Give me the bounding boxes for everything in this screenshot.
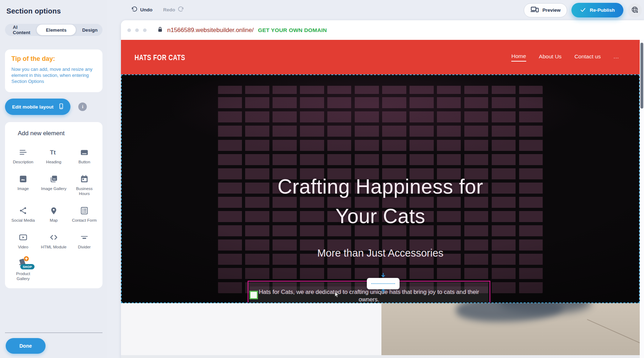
redo-button[interactable]: Redo	[163, 6, 185, 14]
arrow-down-icon	[381, 273, 386, 279]
element-map[interactable]: Map	[38, 201, 69, 224]
globe-icon	[631, 6, 639, 15]
product-gallery-icon: SHOP	[16, 257, 30, 269]
element-contact-form[interactable]: Contact Form	[69, 201, 100, 224]
element-heading[interactable]: Tt Heading	[38, 143, 69, 166]
undo-button[interactable]: Undo	[131, 6, 153, 14]
shop-badge: SHOP	[20, 264, 35, 269]
preview-button[interactable]: Preview	[524, 3, 567, 17]
pavement-image	[381, 303, 640, 355]
element-label: HTML Module	[41, 244, 67, 249]
sidebar-divider	[5, 332, 102, 333]
nav-more-menu[interactable]: ...	[613, 53, 619, 61]
republish-button[interactable]: Re-Publish	[571, 3, 623, 17]
lock-icon	[157, 26, 163, 34]
divider-icon	[80, 231, 89, 242]
pavement-joint-line	[587, 319, 640, 358]
image-icon	[19, 172, 28, 184]
panel-title: Section options	[6, 7, 107, 15]
tab-elements[interactable]: Elements	[37, 25, 76, 35]
edit-mobile-layout-label: Edit mobile layout	[12, 104, 53, 110]
resize-dotted-line	[371, 283, 395, 284]
republish-label: Re-Publish	[590, 7, 615, 13]
hero-heading-line2: Your Cats	[122, 201, 639, 231]
image-gallery-icon	[49, 172, 58, 184]
get-domain-link[interactable]: GET YOUR OWN DOMAIN	[258, 27, 327, 33]
scrollbar-thumb[interactable]	[640, 43, 643, 109]
nav-contact-us[interactable]: Contact us	[574, 53, 601, 61]
add-element-card: Add new element Description Tt Heading B…	[5, 122, 102, 288]
element-label: Image	[17, 186, 29, 191]
preview-label: Preview	[542, 7, 560, 13]
social-media-icon	[19, 204, 28, 215]
section-options-panel: Section options AI Content Elements Desi…	[0, 0, 107, 358]
mouse-cursor	[334, 291, 339, 299]
site-logo: HATS FOR CATS	[134, 53, 185, 62]
hero-heading-line1: Crafting Happiness for	[122, 172, 639, 201]
mobile-phone-icon	[58, 102, 65, 111]
site-header: HATS FOR CATS Home About Us Contact us .…	[121, 40, 640, 74]
element-business-hours[interactable]: Business Hours	[69, 169, 100, 198]
hero-subheading[interactable]: More than Just Accessories	[122, 246, 639, 260]
element-label: Contact Form	[72, 218, 97, 223]
tab-ai-content[interactable]: AI Content	[6, 25, 37, 35]
element-label: Divider	[78, 244, 91, 249]
check-icon	[580, 7, 586, 14]
site-preview-frame: n1566589.websitebuilder.online/ GET YOUR…	[121, 20, 644, 358]
element-image-gallery[interactable]: Image Gallery	[38, 169, 69, 198]
window-dot	[127, 28, 131, 32]
tip-of-the-day-card: Tip of the day: Now you can add, move an…	[5, 49, 102, 92]
svg-text:Tt: Tt	[50, 149, 56, 156]
arrow-up-icon	[381, 288, 386, 295]
edit-mobile-layout-button[interactable]: Edit mobile layout	[5, 99, 70, 115]
map-icon	[49, 204, 58, 215]
tab-design[interactable]: Design	[76, 25, 104, 35]
panel-tabs: AI Content Elements Design	[5, 24, 102, 36]
info-icon[interactable]: i	[78, 102, 87, 111]
element-label: Map	[50, 218, 58, 223]
browser-address-bar: n1566589.websitebuilder.online/ GET YOUR…	[121, 20, 644, 40]
element-label: Description	[13, 159, 33, 164]
element-grid: Description Tt Heading Button Image	[8, 143, 100, 283]
element-label: Business Hours	[71, 186, 98, 196]
globe-button[interactable]	[628, 3, 642, 17]
element-description[interactable]: Description	[8, 143, 38, 166]
undo-icon	[131, 6, 138, 14]
element-label: Social Media	[11, 218, 35, 223]
redo-icon	[178, 6, 184, 14]
site-nav: Home About Us Contact us ...	[511, 53, 619, 62]
nav-home[interactable]: Home	[511, 53, 526, 62]
html-module-icon	[49, 231, 58, 242]
element-label: Heading	[46, 159, 62, 164]
hero-paragraph: Hats for Cats, we are dedicated to craft…	[248, 288, 490, 303]
element-product-gallery[interactable]: SHOP Product Gallery	[8, 254, 38, 283]
hero-heading[interactable]: Crafting Happiness for Your Cats	[122, 172, 639, 231]
element-video[interactable]: Video	[8, 228, 38, 251]
done-button[interactable]: Done	[6, 338, 46, 354]
browser-window-dots	[127, 28, 147, 32]
element-button[interactable]: Button	[69, 143, 100, 166]
tip-title: Tip of the day:	[11, 55, 96, 63]
element-divider[interactable]: Divider	[69, 228, 100, 251]
site-url[interactable]: n1566589.websitebuilder.online/	[167, 27, 254, 34]
element-label: Button	[78, 159, 90, 164]
element-label: Video	[18, 244, 28, 249]
redo-label: Redo	[163, 7, 175, 12]
window-dot	[143, 28, 147, 32]
hero-section-selected[interactable]: Crafting Happiness for Your Cats More th…	[121, 74, 640, 303]
editor-stage: Undo Redo Preview Re-Publish	[107, 0, 644, 358]
section-resize-handle[interactable]	[367, 278, 400, 289]
business-hours-icon	[80, 172, 89, 184]
element-label: Image Gallery	[41, 186, 67, 191]
heading-icon: Tt	[49, 146, 58, 157]
element-html-module[interactable]: HTML Module	[38, 228, 69, 251]
element-social-media[interactable]: Social Media	[8, 201, 38, 224]
element-label: Product Gallery	[10, 271, 37, 281]
paragraph-line1: Hats for Cats, we are dedicated to craft…	[254, 288, 484, 303]
nav-about-us[interactable]: About Us	[539, 53, 562, 61]
add-element-title: Add new element	[18, 130, 100, 137]
element-image[interactable]: Image	[8, 169, 38, 198]
devices-icon	[530, 6, 539, 14]
section-bottom-strip	[121, 355, 640, 358]
next-section[interactable]	[121, 303, 640, 358]
